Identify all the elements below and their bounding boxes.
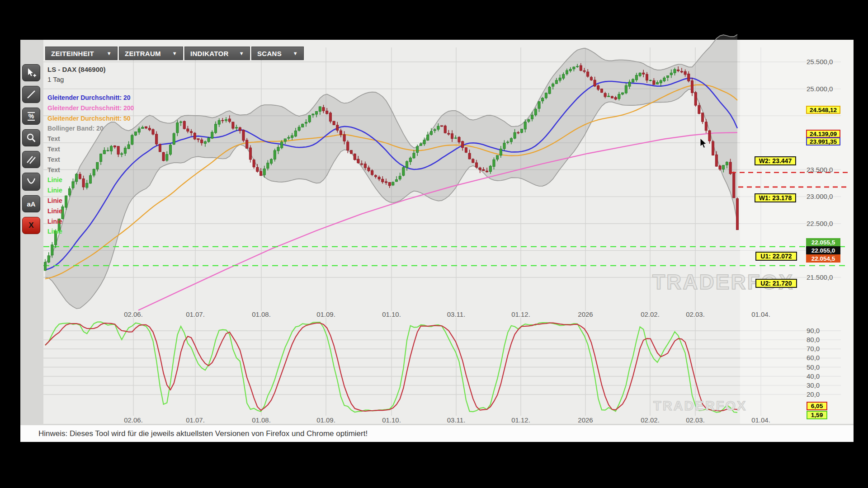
- chart-canvas[interactable]: [0, 0, 868, 488]
- trading-app-window: ZEITEINHEIT ▼ ZEITRAUM ▼ INDIKATOR ▼ SCA…: [0, 0, 868, 488]
